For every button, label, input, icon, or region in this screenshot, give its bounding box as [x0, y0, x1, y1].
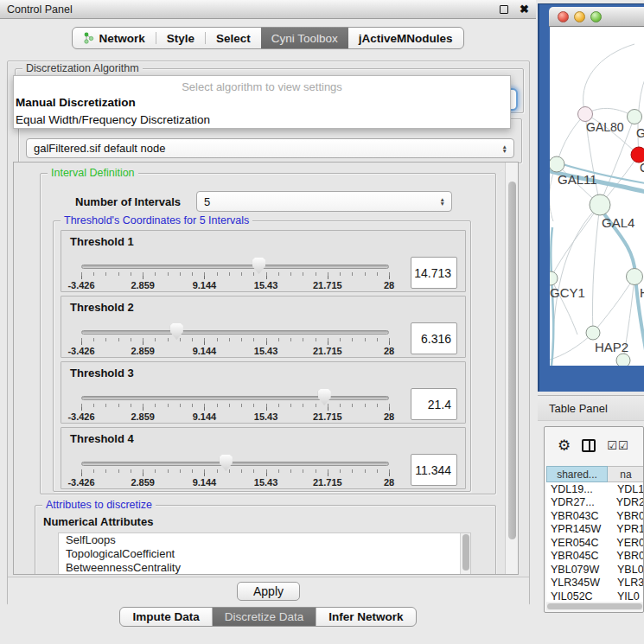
checkbox-icons[interactable]: ☑☑	[607, 439, 628, 452]
split-columns-icon[interactable]	[582, 439, 596, 452]
attribute-item[interactable]: TopologicalCoefficient	[59, 547, 470, 561]
settings-vertical-scrollbar[interactable]	[505, 163, 518, 574]
threshold-4-box: Threshold 4 -3.4262.8599.14415.4321.7152…	[61, 427, 466, 489]
cell-name[interactable]: YBR0	[616, 510, 644, 522]
close-traffic-light-icon[interactable]	[558, 11, 569, 22]
table-row[interactable]: YBR045CYBR0	[546, 550, 644, 564]
threshold-2-slider-track[interactable]	[81, 330, 389, 335]
tick-label: 15.43	[254, 346, 278, 356]
scrollbar-thumb[interactable]	[508, 182, 516, 539]
number-of-intervals-value: 5	[204, 195, 210, 208]
node-label-partial-ga: GA	[636, 126, 644, 140]
cell-shared-name[interactable]: YER054C	[546, 537, 616, 549]
attribute-item[interactable]: BetweennessCentrality	[59, 561, 470, 575]
attributes-list-scrollbar[interactable]	[460, 533, 470, 575]
tick-label: 28	[384, 346, 394, 356]
node-bottom[interactable]	[616, 354, 630, 366]
tick-label: 9.144	[193, 411, 217, 422]
node-hap2[interactable]	[586, 326, 600, 340]
table-row[interactable]: YER054CYER0	[546, 536, 644, 550]
table-row[interactable]: YDR27...YDR2	[546, 496, 644, 510]
scrollbar-thumb[interactable]	[547, 603, 642, 609]
scrollbar-thumb[interactable]	[462, 534, 469, 571]
threshold-3-slider-track[interactable]	[81, 396, 389, 400]
table-panel-title: Table Panel	[549, 402, 608, 415]
table-rows[interactable]: YDL19...YDL1YDR27...YDR2YBR043CYBR0YPR14…	[546, 482, 644, 602]
tab-network-label: Network	[99, 32, 144, 45]
table-row[interactable]: YDL19...YDL1	[546, 482, 644, 496]
tick-label: 21.715	[313, 280, 342, 290]
algorithm-option-manual[interactable]: Manual Discretization	[14, 94, 510, 112]
tick-label: -3.426	[67, 477, 94, 488]
threshold-4-value[interactable]: 11.344	[411, 454, 457, 486]
cell-name[interactable]: YIL0	[617, 590, 640, 602]
cell-shared-name[interactable]: YBR045C	[546, 550, 616, 562]
cell-shared-name[interactable]: YBR043C	[546, 510, 616, 522]
cell-shared-name[interactable]: YBL079W	[546, 564, 617, 576]
cell-shared-name[interactable]: YPR145W	[546, 523, 616, 535]
node-label-partial-h: H	[640, 285, 644, 300]
table-row[interactable]: YLR345WYLR3	[546, 577, 644, 590]
gear-icon[interactable]: ⚙	[558, 438, 571, 453]
column-header-name[interactable]: na	[608, 466, 644, 482]
node-gal80[interactable]	[578, 107, 593, 122]
network-window-titlebar	[549, 7, 644, 27]
cell-shared-name[interactable]: YIL052C	[546, 590, 617, 602]
control-panel-titlebar: Control Panel ✖	[0, 0, 536, 19]
attributes-legend: Attributes to discretize	[42, 499, 156, 511]
tab-style[interactable]: Style	[156, 28, 205, 48]
tab-cyni-toolbox[interactable]: Cyni Toolbox	[261, 28, 348, 48]
tab-network[interactable]: Network	[73, 28, 155, 48]
numerical-attributes-list[interactable]: SelfLoopsTopologicalCoefficientBetweenne…	[58, 532, 471, 575]
table-row[interactable]: YIL052CYIL0	[546, 590, 644, 602]
tab-discretize-data-label: Discretize Data	[225, 610, 304, 623]
node-gal11[interactable]	[550, 156, 564, 172]
tab-select[interactable]: Select	[206, 28, 261, 48]
cell-shared-name[interactable]: YLR345W	[546, 577, 617, 589]
network-canvas[interactable]: GAL80 GA C GAL11 GAL4 GCY1 H HAP2	[550, 27, 644, 366]
node-top-right[interactable]	[628, 110, 642, 124]
tab-infer-network[interactable]: Infer Network	[316, 608, 415, 626]
table-row[interactable]: YBL079WYBL0	[546, 563, 644, 577]
minimize-traffic-light-icon[interactable]	[574, 11, 585, 22]
table-horizontal-scrollbar[interactable]	[546, 603, 644, 610]
cell-shared-name[interactable]: YDR27...	[546, 496, 616, 508]
network-graph: GAL80 GA C GAL11 GAL4 GCY1 H HAP2	[550, 27, 644, 366]
threshold-2-value[interactable]: 6.316	[411, 322, 457, 354]
cell-name[interactable]: YBR0	[616, 550, 644, 562]
node-gcy1[interactable]	[550, 271, 558, 285]
tab-jactivemnodules[interactable]: jActiveMNodules	[348, 28, 463, 48]
threshold-3-value[interactable]: 21.4	[411, 388, 457, 420]
node-h[interactable]	[627, 269, 643, 285]
cell-name[interactable]: YER0	[616, 537, 644, 549]
threshold-4-slider-track[interactable]	[81, 462, 389, 466]
table-row[interactable]: YPR145WYPR1	[546, 523, 644, 537]
tab-discretize-data[interactable]: Discretize Data	[212, 608, 316, 626]
table-data-combo[interactable]: galFiltered.sif default node ▲▼	[26, 138, 514, 158]
algorithm-option-equal-width[interactable]: Equal Width/Frequency Discretization	[14, 112, 510, 129]
threshold-1-label: Threshold 1	[70, 235, 134, 248]
cell-name[interactable]: YDR2	[616, 496, 644, 508]
close-icon[interactable]: ✖	[520, 5, 529, 14]
threshold-1-value[interactable]: 14.713	[411, 257, 457, 289]
control-panel: Control Panel ✖ Network Style Select Cyn…	[0, 0, 536, 644]
cell-name[interactable]: YDL1	[617, 483, 644, 495]
combo-stepper-icon: ▲▼	[502, 144, 507, 153]
node-gal4[interactable]	[590, 194, 610, 215]
column-header-shared-name[interactable]: shared...	[546, 466, 608, 482]
cell-name[interactable]: YPR1	[616, 523, 644, 535]
float-window-icon[interactable]	[500, 5, 508, 14]
cell-name[interactable]: YBL0	[617, 564, 644, 576]
table-row[interactable]: YBR043CYBR0	[546, 509, 644, 523]
node-label-partial-c: C	[640, 161, 644, 175]
zoom-traffic-light-icon[interactable]	[590, 11, 602, 22]
tab-impute-data[interactable]: Impute Data	[120, 608, 211, 626]
apply-button[interactable]: Apply	[237, 582, 300, 601]
attribute-item[interactable]: SelfLoops	[59, 533, 470, 547]
algorithm-popup-hint: Select algorithm to view settings	[14, 76, 510, 94]
number-of-intervals-combo[interactable]: 5 ▲▼	[196, 191, 452, 212]
tick-label: -3.426	[67, 346, 94, 356]
cell-shared-name[interactable]: YDL19...	[546, 483, 617, 495]
cell-name[interactable]: YLR3	[617, 577, 644, 589]
threshold-1-slider-track[interactable]	[81, 265, 389, 269]
